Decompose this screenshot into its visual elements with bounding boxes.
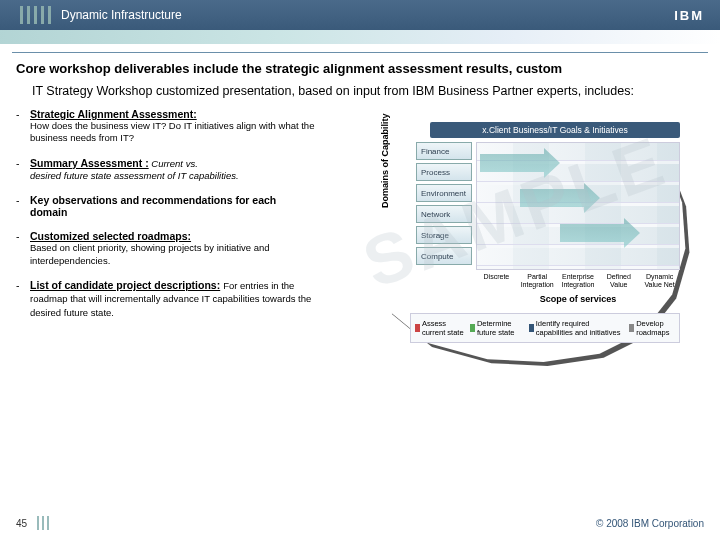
chart-xlabels: Discrete Partial Integration Enterprise … [476, 273, 680, 288]
bullet-head: List of candidate project descriptions: [30, 279, 220, 291]
slide-header: Dynamic Infrastructure IBM [0, 0, 720, 30]
slide-footer: 45 © 2008 IBM Corporation [0, 516, 720, 530]
domain-label: Process [416, 163, 472, 181]
domain-label: Environment [416, 184, 472, 202]
slide-body: -Strategic Alignment Assessment:How does… [0, 108, 720, 378]
header-divider [12, 52, 708, 53]
domain-labels: Finance Process Environment Network Stor… [416, 142, 472, 268]
header-accent-bars [20, 6, 51, 24]
chart-top-bar: x.Client Business/IT Goals & Initiatives [430, 122, 680, 138]
copyright: © 2008 IBM Corporation [596, 518, 704, 529]
bullet-list: -Strategic Alignment Assessment:How does… [16, 108, 316, 368]
bullet-item: -Strategic Alignment Assessment:How does… [16, 108, 316, 145]
bullet-desc: How does the business view IT? Do IT ini… [30, 120, 316, 145]
legend-swatch-icon [629, 324, 634, 332]
diagram-area: SAMPLE x.Client Business/IT Goals & Init… [326, 108, 704, 368]
capability-chart: x.Client Business/IT Goals & Initiatives… [380, 118, 680, 358]
domain-label: Storage [416, 226, 472, 244]
slide-subtitle: IT Strategy Workshop customized presenta… [0, 84, 720, 108]
bullet-item: -Summary Assessment : Current vs.desired… [16, 157, 316, 183]
legend-item: Develop roadmaps [629, 319, 675, 337]
slide-number: 45 [16, 518, 27, 529]
bullet-item: -Customized selected roadmaps:Based on c… [16, 230, 316, 267]
bullet-item: -Key observations and recommendations fo… [16, 194, 316, 218]
ibm-logo: IBM [674, 6, 720, 24]
legend-swatch-icon [470, 324, 475, 332]
bullet-head: Key observations and recommendations for… [30, 194, 276, 218]
bullet-item: -List of candidate project descriptions:… [16, 279, 316, 319]
legend-item: Assess current state [415, 319, 464, 337]
chart-xlabel: Scope of services [476, 294, 680, 304]
legend-swatch-icon [529, 324, 534, 332]
header-stripe [0, 30, 720, 44]
legend-item: Identify required capabilities and initi… [529, 319, 623, 337]
domain-label: Compute [416, 247, 472, 265]
slide-title: Core workshop deliverables include the s… [0, 57, 720, 84]
domain-label: Network [416, 205, 472, 223]
x-tick: Enterprise Integration [558, 273, 599, 288]
bullet-head: Summary Assessment : [30, 157, 149, 169]
x-tick: Discrete [476, 273, 517, 288]
bullet-desc: Based on client priority, showing projec… [30, 242, 316, 267]
chart-legend: Assess current state Determine future st… [410, 313, 680, 343]
header-title: Dynamic Infrastructure [61, 8, 182, 22]
bullet-head: Customized selected roadmaps: [30, 230, 191, 242]
domain-label: Finance [416, 142, 472, 160]
bullet-head: Strategic Alignment Assessment: [30, 108, 197, 120]
x-tick: Dynamic Value Net [639, 273, 680, 288]
x-tick: Defined Value [598, 273, 639, 288]
x-tick: Partial Integration [517, 273, 558, 288]
bullet-tail: Current vs. [149, 158, 198, 169]
chart-ylabel: Domains of Capability [380, 113, 390, 208]
legend-swatch-icon [415, 324, 420, 332]
footer-accent-bars [37, 516, 49, 530]
legend-item: Determine future state [470, 319, 523, 337]
bullet-desc: desired future state assessment of IT ca… [30, 170, 239, 182]
